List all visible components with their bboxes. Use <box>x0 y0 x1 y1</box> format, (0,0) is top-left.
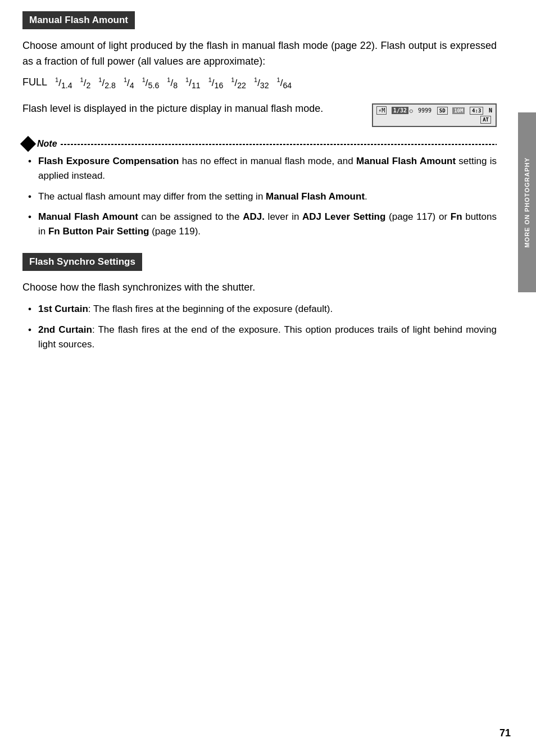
note-bullet-2-term1: Manual Flash Amount <box>266 191 365 202</box>
camera-display-row2: AT <box>376 116 492 124</box>
note-section: Note Flash Exposure Compensation has no … <box>22 138 497 239</box>
fraction-1-4: 1/4 <box>124 76 134 90</box>
fraction-1-2.8: 1/2.8 <box>98 76 116 90</box>
synchro-term-2nd: 2nd Curtain <box>38 324 92 335</box>
camera-at-badge: AT <box>480 116 491 124</box>
note-bullet-3-term2: ADJ. <box>243 211 265 222</box>
note-bullet-3-text1: can be assigned to the <box>138 211 243 222</box>
note-bullet-3-text5: (page 119). <box>149 226 201 237</box>
side-tab: More on Photography <box>518 112 536 292</box>
fraction-1-8: 1/8 <box>167 76 178 90</box>
manual-flash-intro: Choose amount of light produced by the f… <box>22 38 497 70</box>
note-bullet-3-text2: lever in <box>265 211 302 222</box>
fraction-1-11: 1/11 <box>185 76 201 90</box>
note-bullet-3-term5: Fn Button Pair Setting <box>48 226 149 237</box>
fraction-1-64: 1/64 <box>277 76 292 90</box>
page-number: 71 <box>499 727 511 739</box>
synchro-text-1st: : The flash fires at the beginning of th… <box>88 304 333 314</box>
fraction-1-5.6: 1/5.6 <box>142 76 160 90</box>
fraction-1-22: 1/22 <box>231 76 246 90</box>
note-bullet-3: Manual Flash Amount can be assigned to t… <box>28 210 497 239</box>
fractions-row: FULL 1/1.4 1/2 1/2.8 1/4 1/5.6 1/8 1/11 … <box>22 76 497 90</box>
fraction-1-1.4: 1/1.4 <box>55 76 72 90</box>
fraction-1-2: 1/2 <box>80 76 91 90</box>
page-container: More on Photography Manual Flash Amount … <box>0 0 536 756</box>
note-bullet-3-term1: Manual Flash Amount <box>38 211 138 222</box>
flash-level-section: Flash level is displayed in the picture … <box>22 101 497 127</box>
note-bullet-3-text3: (page 117) or <box>385 211 450 222</box>
note-header: Note <box>22 138 497 150</box>
synchro-bullet-1st-curtain: 1st Curtain: The flash fires at the begi… <box>28 302 497 316</box>
synchro-bullet-2nd-curtain: 2nd Curtain: The flash fires at the end … <box>28 323 497 352</box>
flash-synchro-section: Flash Synchro Settings Choose how the fl… <box>22 253 497 352</box>
camera-fraction-badge: 1/32 <box>392 107 408 114</box>
note-bullet-3-term4: Fn <box>451 211 462 222</box>
flash-level-text: Flash level is displayed in the picture … <box>22 101 361 117</box>
note-bullet-2-text1: The actual flash amount may differ from … <box>38 191 266 202</box>
fraction-1-32: 1/32 <box>254 76 269 90</box>
note-bullet-1-text1: has no effect in manual flash mode, and <box>179 156 356 166</box>
flash-synchro-header: Flash Synchro Settings <box>22 253 142 271</box>
camera-right-info: ◯ 9999 SD 10M 4:3 N <box>410 107 492 114</box>
flash-synchro-intro: Choose how the flash synchronizes with t… <box>22 280 497 296</box>
fraction-1-16: 1/16 <box>208 76 224 90</box>
side-tab-label: More on Photography <box>524 157 530 248</box>
manual-flash-section: Manual Flash Amount Choose amount of lig… <box>22 11 497 239</box>
camera-display-row1: ⚡M 1/32 ◯ 9999 SD 10M 4:3 N <box>376 107 492 114</box>
manual-flash-header: Manual Flash Amount <box>22 11 135 29</box>
note-bullet-1: Flash Exposure Compensation has no effec… <box>28 154 497 184</box>
note-wavy-line <box>61 144 497 145</box>
note-bullet-2-text2: . <box>365 191 367 202</box>
fraction-full: FULL <box>22 76 47 88</box>
flash-synchro-list: 1st Curtain: The flash fires at the begi… <box>22 302 497 352</box>
note-bullet-1-term2: Manual Flash Amount <box>356 156 456 166</box>
note-bullet-3-term3: ADJ Lever Setting <box>302 211 385 222</box>
synchro-term-1st: 1st Curtain <box>38 304 88 314</box>
note-bullet-2: The actual flash amount may differ from … <box>28 189 497 204</box>
note-bullet-1-term1: Flash Exposure Compensation <box>38 156 179 166</box>
note-label: Note <box>37 139 57 149</box>
synchro-text-2nd: : The flash fires at the end of the expo… <box>38 324 497 350</box>
note-diamond-icon <box>20 136 36 152</box>
camera-display: ⚡M 1/32 ◯ 9999 SD 10M 4:3 N AT <box>372 103 497 127</box>
camera-flash-indicator: ⚡M 1/32 <box>376 107 410 114</box>
note-bullet-list: Flash Exposure Compensation has no effec… <box>22 154 497 239</box>
